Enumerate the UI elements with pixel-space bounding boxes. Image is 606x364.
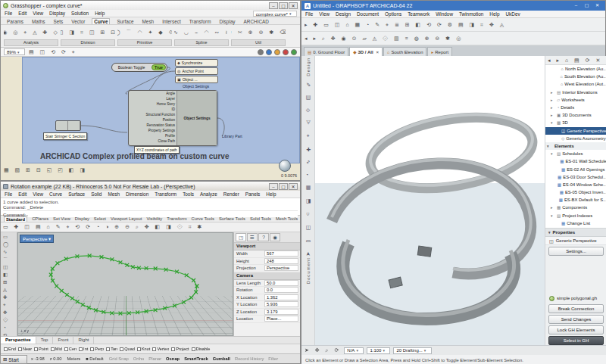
- grasshopper-titlebar[interactable]: Grasshopper - complex curve* – ▢ ✕: [1, 1, 300, 10]
- node-input-label[interactable]: Structural Function: [129, 114, 176, 117]
- viewport-tab[interactable]: Perspective: [1, 337, 36, 344]
- menu-item[interactable]: Render: [223, 191, 239, 197]
- navigation-ball-icon[interactable]: [279, 160, 291, 172]
- tree-item[interactable]: ▦ ES-04 Window Sche...: [545, 181, 606, 188]
- property-value[interactable]: 50.0: [264, 280, 298, 286]
- view-button-gray[interactable]: [258, 49, 264, 55]
- expand-arrow-icon[interactable]: ▸: [551, 205, 555, 210]
- tree-item[interactable]: ⌂ North Elevation (Au...: [545, 65, 606, 73]
- tree-item[interactable]: ▸ ▤ Interior Elevations: [545, 89, 606, 96]
- document-selector[interactable]: complex curve* ▾: [253, 11, 297, 17]
- panel-tab-icon[interactable]: ◉: [270, 233, 280, 241]
- statusbar-field[interactable]: N/A ▾: [344, 347, 364, 354]
- node-input-label[interactable]: Layer: [129, 98, 176, 101]
- node-input-label[interactable]: ID: [129, 108, 176, 112]
- property-value[interactable]: 3.179: [264, 309, 298, 315]
- osnap-toggle[interactable]: Perp: [90, 347, 104, 351]
- ribbon-group-icons[interactable]: ◉ ◎ ⌖ ◬ ✚ ◇: [4, 26, 58, 39]
- menu-item[interactable]: File: [305, 11, 313, 17]
- boolean-toggle-node[interactable]: Boolean Toggle True: [111, 63, 167, 72]
- expand-arrow-icon[interactable]: ▾: [551, 151, 555, 156]
- component-tab[interactable]: Vector: [70, 19, 86, 24]
- component-tab[interactable]: Transform: [188, 19, 213, 24]
- status-toggle[interactable]: Planar: [148, 356, 161, 361]
- menu-item[interactable]: Tools: [183, 191, 194, 197]
- tree-item[interactable]: ▸ ▣ 3D Documents: [545, 111, 606, 119]
- menu-item[interactable]: Surface: [68, 191, 85, 197]
- osnap-toggle[interactable]: Tan: [106, 347, 117, 351]
- checkbox-icon[interactable]: [192, 347, 195, 351]
- menu-item[interactable]: Solution: [71, 11, 89, 16]
- checkbox-icon[interactable]: [90, 347, 94, 351]
- menu-item[interactable]: Help: [489, 11, 499, 17]
- close-button[interactable]: ✕: [289, 2, 298, 9]
- status-toggle[interactable]: Osnap: [166, 356, 180, 361]
- object-settings-node[interactable]: AngleLayerHome StoryIDStructural Functio…: [128, 90, 217, 146]
- toolbar-tab[interactable]: Mesh Tools: [276, 216, 298, 221]
- osnap-toggle[interactable]: Knot: [137, 347, 151, 351]
- checkbox-icon[interactable]: [120, 347, 123, 351]
- minimize-button[interactable]: –: [269, 2, 278, 9]
- minimize-button[interactable]: –: [571, 2, 581, 9]
- command-area[interactable]: 1 curve added to selection.Command: _Del…: [1, 198, 300, 216]
- menu-item[interactable]: File: [5, 191, 12, 197]
- tree-item[interactable]: ▦ ES-03 Door Schedul...: [545, 173, 606, 181]
- toolbar-tab[interactable]: Standard: [4, 216, 27, 222]
- status-toggle[interactable]: Gumball: [213, 356, 230, 361]
- ribbon-group-icons[interactable]: ◯ ⌒ ◠ ✦ ◆ ⟐: [117, 26, 172, 39]
- node-input-label[interactable]: Position: [129, 119, 176, 123]
- rhino-titlebar[interactable]: Rotation example (22 KB) - Rhinoceros 5.…: [1, 182, 300, 191]
- gh-connection-button[interactable]: Lock GH Elements: [548, 325, 604, 334]
- tree-item[interactable]: ▦ ES-05 Object Inven...: [545, 188, 606, 196]
- menu-item[interactable]: File: [5, 11, 12, 16]
- menu-item[interactable]: Edit: [18, 191, 27, 197]
- node-input-label[interactable]: Profile: [129, 135, 176, 138]
- toolbar-icons[interactable]: ◂ ▸ ⌕ ✥ ◉ ⊙ ▱ ◬ ⟐ ▥ ≡ ◍ ⊕ ⊖ ✱ ◎: [305, 36, 463, 42]
- property-value[interactable]: 5.936: [264, 301, 298, 307]
- component-tab[interactable]: Maths: [30, 19, 46, 24]
- checkbox-icon[interactable]: [4, 347, 8, 351]
- statusbar-icons[interactable]: ➤ ✥ ⌕ ⟳: [305, 347, 341, 353]
- expand-arrow-icon[interactable]: ▸: [551, 98, 555, 102]
- toolbar-tab[interactable]: Visibility: [146, 216, 162, 221]
- node-input-label[interactable]: Renovation Status: [129, 124, 176, 128]
- menu-item[interactable]: Window: [436, 11, 453, 17]
- grasshopper-canvas[interactable]: Boolean Toggle True ◈ Synchronize ◎ Anch…: [1, 57, 300, 180]
- osnap-toggle[interactable]: Int: [79, 347, 88, 351]
- statusbar-field[interactable]: 1:100 ▾: [367, 347, 390, 354]
- panel-item[interactable]: ▣ Object ...: [175, 76, 218, 83]
- toolbar-tab[interactable]: Select: [94, 216, 106, 221]
- menu-item[interactable]: View: [33, 191, 43, 197]
- start-button[interactable]: ⊞ Start: [0, 355, 27, 364]
- tree-item[interactable]: ⌂ West Elevation (Aut...: [545, 80, 606, 88]
- tree-item[interactable]: ▾ ▤ Project Indexes: [545, 212, 606, 219]
- component-tab[interactable]: Sets: [52, 19, 64, 24]
- tree-item[interactable]: ⌂ South Elevation (Au...: [545, 73, 606, 80]
- minimize-button[interactable]: –: [269, 183, 278, 190]
- component-tab[interactable]: ARCHICAD: [242, 19, 270, 24]
- maximize-button[interactable]: ▢: [279, 2, 288, 9]
- design-palette-label[interactable]: Design: [306, 58, 311, 76]
- property-value[interactable]: 567: [264, 250, 298, 257]
- menu-item[interactable]: View: [33, 11, 43, 16]
- rhino-toolbox[interactable]: ▭ ◯ ∿ ⌒ ◫ ◧ ⊞ ◬ ✚ ⌖ ✥ ⟐ ◔ ⟲ ✂ ⌫ ◨ ◰ ◱ ⊙ …: [1, 232, 17, 336]
- toolbar-tab[interactable]: Transform: [167, 216, 186, 221]
- archicad-3d-viewport[interactable]: [315, 56, 545, 345]
- canvas-corner-icons[interactable]: ▦ ▧ ⊞ ⊟ ◱ ◰ ◧ ◨: [4, 167, 87, 173]
- view-button-red[interactable]: [283, 49, 289, 55]
- view-button-green[interactable]: [291, 49, 297, 55]
- checkbox-icon[interactable]: [106, 347, 110, 351]
- toggle-value[interactable]: True: [152, 64, 166, 70]
- close-button[interactable]: ✕: [289, 183, 298, 190]
- menu-item[interactable]: Teamwork: [408, 11, 430, 17]
- panel-item[interactable]: ◈ Synchronize: [175, 59, 218, 67]
- property-value[interactable]: 0.0: [264, 287, 298, 293]
- component-tab[interactable]: Mesh: [141, 19, 156, 24]
- tab-close-icon[interactable]: ×: [376, 50, 380, 54]
- panel-tab-icon[interactable]: ◳: [236, 233, 246, 241]
- ribbon-group-icons[interactable]: ⚙ ✂ ⊕ ⊖ ✱ ⌫: [231, 26, 286, 39]
- menu-item[interactable]: Document: [357, 11, 379, 17]
- menu-item[interactable]: Curve: [49, 191, 62, 197]
- node-input-label[interactable]: Angle: [129, 92, 176, 96]
- expand-arrow-icon[interactable]: ▸: [551, 113, 555, 117]
